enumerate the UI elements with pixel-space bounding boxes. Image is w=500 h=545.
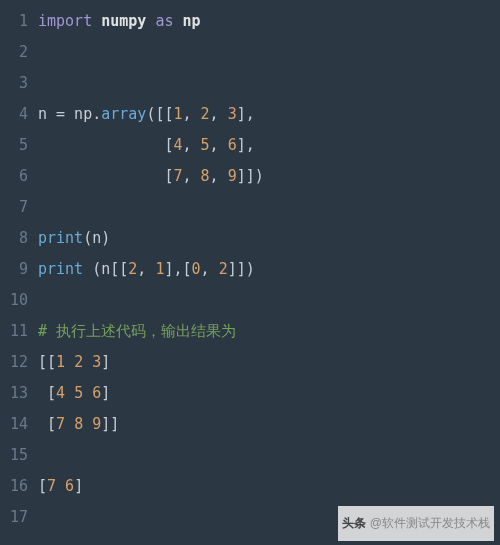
watermark-brand: 头条 — [342, 516, 366, 530]
line-number: 4 — [0, 99, 28, 130]
code-line — [38, 68, 500, 99]
code-line: print (n[[2, 1],[0, 2]]) — [38, 254, 500, 285]
code-line: n = np.array([[1, 2, 3], — [38, 99, 500, 130]
line-number: 2 — [0, 37, 28, 68]
line-number: 12 — [0, 347, 28, 378]
line-number: 5 — [0, 130, 28, 161]
line-number: 11 — [0, 316, 28, 347]
watermark-handle: @软件测试开发技术栈 — [370, 516, 490, 530]
code-line: print(n) — [38, 223, 500, 254]
code-line — [38, 285, 500, 316]
code-line — [38, 440, 500, 471]
line-number: 15 — [0, 440, 28, 471]
code-line: [7 6] — [38, 471, 500, 502]
line-number: 9 — [0, 254, 28, 285]
code-line: [4, 5, 6], — [38, 130, 500, 161]
code-line: [4 5 6] — [38, 378, 500, 409]
line-number: 14 — [0, 409, 28, 440]
code-line: import numpy as np — [38, 6, 500, 37]
line-number: 17 — [0, 502, 28, 533]
code-editor: 1234567891011121314151617 import numpy a… — [0, 0, 500, 533]
watermark: 头条 @软件测试开发技术栈 — [338, 506, 494, 541]
code-line: # 执行上述代码，输出结果为 — [38, 316, 500, 347]
code-line: [7 8 9]] — [38, 409, 500, 440]
line-number: 10 — [0, 285, 28, 316]
code-line: [[1 2 3] — [38, 347, 500, 378]
code-line — [38, 192, 500, 223]
code-line — [38, 37, 500, 68]
code-line: [7, 8, 9]]) — [38, 161, 500, 192]
line-number: 16 — [0, 471, 28, 502]
code-content: import numpy as np n = np.array([[1, 2, … — [38, 6, 500, 533]
line-number: 7 — [0, 192, 28, 223]
line-number: 13 — [0, 378, 28, 409]
line-number: 3 — [0, 68, 28, 99]
line-number: 1 — [0, 6, 28, 37]
line-number: 6 — [0, 161, 28, 192]
line-number-gutter: 1234567891011121314151617 — [0, 6, 38, 533]
line-number: 8 — [0, 223, 28, 254]
